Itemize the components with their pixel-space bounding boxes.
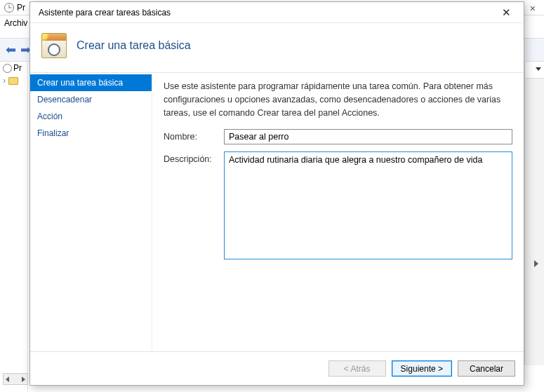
wizard-heading: Crear una tarea básica (77, 39, 191, 52)
cancel-button[interactable]: Cancelar (458, 360, 515, 377)
description-input[interactable] (224, 151, 512, 259)
clock-icon (3, 64, 12, 73)
parent-title: Pr (17, 3, 25, 13)
task-wizard-icon (41, 33, 67, 58)
parent-tree: Pr › (0, 62, 28, 392)
parent-close-icon[interactable]: × (530, 3, 536, 14)
step-action[interactable]: Acción (30, 108, 152, 125)
wizard-window-title: Asistente para crear tareas básicas (39, 8, 496, 18)
next-button[interactable]: Siguiente > (392, 360, 452, 377)
scroll-right-icon[interactable] (534, 260, 538, 267)
horizontal-scrollbar[interactable] (3, 373, 28, 385)
back-button: < Atrás (329, 360, 386, 377)
clock-icon (4, 3, 14, 13)
wizard-footer: < Atrás Siguiente > Cancelar (30, 351, 524, 385)
description-label: Descripción: (164, 151, 224, 164)
wizard-steps: Crear una tarea básica Desencadenar Acci… (30, 73, 152, 351)
step-finish[interactable]: Finalizar (30, 125, 152, 142)
parent-right-pane (524, 62, 544, 365)
step-trigger[interactable]: Desencadenar (30, 91, 152, 108)
name-input[interactable] (224, 129, 512, 144)
step-create-basic-task[interactable]: Crear una tarea básica (30, 74, 152, 91)
tree-root[interactable]: Pr (0, 62, 27, 74)
wizard-header: Crear una tarea básica (30, 23, 524, 73)
wizard-dialog: Asistente para crear tareas básicas ✕ Cr… (29, 1, 524, 386)
tree-folder[interactable]: › (0, 74, 27, 87)
name-label: Nombre: (164, 129, 224, 142)
back-arrow-icon[interactable]: ⬅ (4, 42, 18, 58)
dropdown-icon[interactable] (536, 67, 541, 71)
folder-icon (8, 77, 18, 85)
wizard-content: Use este asistente para programar rápida… (152, 73, 524, 351)
wizard-titlebar: Asistente para crear tareas básicas ✕ (30, 2, 524, 23)
wizard-intro-text: Use este asistente para programar rápida… (164, 80, 512, 119)
close-icon[interactable]: ✕ (496, 5, 517, 20)
